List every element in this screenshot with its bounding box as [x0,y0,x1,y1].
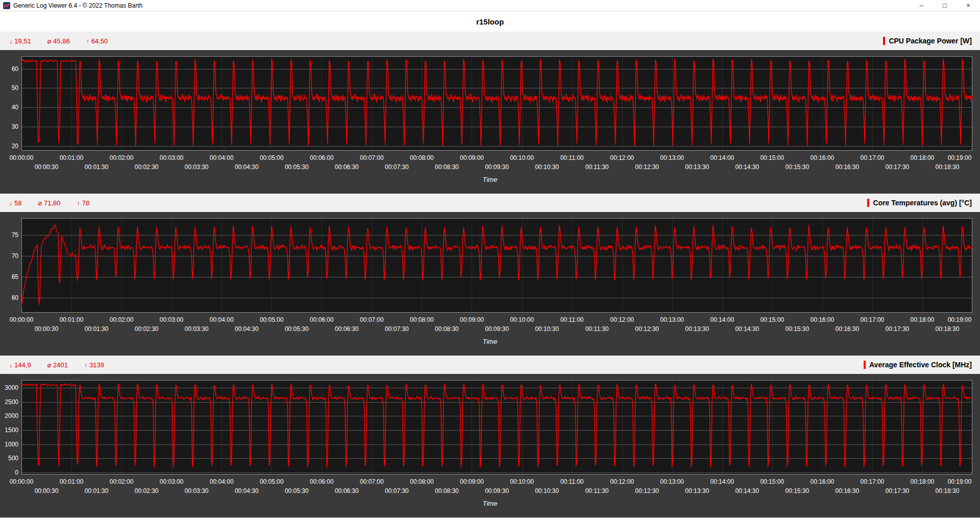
x-tick-label: 00:00:00 [10,478,34,486]
close-button[interactable]: × [957,0,980,11]
stats-right: Average Effective Clock [MHz] [864,361,972,369]
x-tick-label: 00:10:00 [510,478,534,486]
y-tick-label: 1000 [0,440,18,449]
x-tick-label: 00:09:00 [460,154,484,162]
x-tick-label: 00:08:30 [435,325,459,333]
x-tick-label: 00:11:30 [585,325,609,333]
x-tick-label: 00:03:30 [185,325,209,333]
x-tick-label: 00:05:30 [285,325,309,333]
window-controls: – □ × [910,0,980,11]
minimize-button[interactable]: – [910,0,933,11]
x-tick-label: 00:18:00 [911,316,935,324]
x-tick-label: 00:06:00 [310,478,334,486]
titlebar-left: Generic Log Viewer 6.4 - © 2022 Thomas B… [0,2,142,9]
x-tick-label: 00:06:30 [335,487,359,495]
y-tick-label: 20 [0,142,18,150]
y-tick-label: 50 [0,84,18,92]
stats-left: ↓ 58 ⌀ 71,80 ↑ 78 [9,199,89,207]
x-tick-label: 00:04:00 [210,154,234,162]
x-tick-label: 00:09:00 [460,316,484,324]
x-tick-label: 00:14:00 [710,478,734,486]
x-tick-label: 00:03:30 [185,487,209,495]
x-tick-label: 00:15:00 [760,478,784,486]
x-tick-label: 00:02:30 [135,325,159,333]
x-tick-label: 00:13:30 [685,163,709,171]
y-tick-label: 2000 [0,412,18,420]
x-tick-label: 00:13:30 [685,487,709,495]
app-icon [3,2,10,9]
x-tick-label: 00:06:00 [310,316,334,324]
plot-canvas-core-temperatures[interactable] [21,218,972,313]
y-tick-label: 0 [0,468,18,477]
x-tick-label: 00:10:30 [535,487,559,495]
stat-min: ↓ 19,51 [9,37,31,45]
x-tick-label: 00:16:00 [810,154,834,162]
stat-avg: ⌀ 45,86 [47,37,70,45]
stat-min: ↓ 144,9 [9,361,31,369]
y-tick-label: 60 [0,294,18,302]
stat-avg: ⌀ 71,80 [38,199,61,207]
legend-color-bar [883,37,885,45]
x-tick-label: 00:18:30 [936,163,960,171]
x-tick-label: 00:15:00 [760,154,784,162]
x-tick-label: 00:09:30 [485,487,509,495]
chart-title: Core Temperatures (avg) [°C] [873,199,972,207]
x-tick-label: 00:06:30 [335,163,359,171]
y-tick-label: 40 [0,103,18,111]
chart-title: CPU Package Power [W] [889,37,972,45]
x-tick-label: 00:11:00 [560,478,584,486]
x-tick-label: 00:08:00 [410,154,434,162]
x-tick-label: 00:02:00 [110,154,134,162]
x-tick-label: 00:05:30 [285,163,309,171]
x-tick-label: 00:15:30 [785,325,809,333]
x-tick-label: 00:05:30 [285,487,309,495]
x-tick-label: 00:15:30 [785,163,809,171]
x-tick-label: 00:18:30 [936,487,960,495]
x-tick-label: 00:06:00 [310,154,334,162]
x-tick-label: 00:08:30 [435,487,459,495]
x-tick-label: 00:14:00 [710,154,734,162]
plot-canvas-average-effective-clock[interactable] [21,380,972,475]
time-axis-label: Time [0,500,980,507]
x-tick-label: 00:19:00 [948,154,972,162]
x-tick-label: 00:17:00 [861,478,885,486]
x-tick-label: 00:10:00 [510,154,534,162]
x-tick-label: 00:01:00 [60,478,84,486]
stats-right: CPU Package Power [W] [883,37,972,45]
x-tick-label: 00:12:00 [610,316,634,324]
legend-color-bar [864,361,866,369]
x-tick-label: 00:08:00 [410,316,434,324]
x-tick-label: 00:15:30 [785,487,809,495]
chart-panel: Time 6065707500:00:0000:01:0000:02:0000:… [0,212,980,356]
maximize-button[interactable]: □ [933,0,957,11]
stats-left: ↓ 144,9 ⌀ 2401 ↑ 3139 [9,361,104,369]
x-tick-label: 00:14:30 [735,487,759,495]
x-tick-label: 00:17:30 [886,325,910,333]
x-tick-label: 00:01:30 [85,163,109,171]
stats-row: ↓ 58 ⌀ 71,80 ↑ 78 Core Temperatures (avg… [0,194,980,212]
stats-row: ↓ 19,51 ⌀ 45,86 ↑ 64,50 CPU Package Powe… [0,32,980,50]
x-tick-label: 00:00:30 [35,487,59,495]
y-tick-label: 75 [0,231,18,239]
time-axis-label: Time [0,176,980,183]
y-tick-label: 65 [0,273,18,281]
x-tick-label: 00:01:30 [85,325,109,333]
x-tick-label: 00:06:30 [335,325,359,333]
x-tick-label: 00:03:00 [160,154,184,162]
legend-color-bar [867,199,869,207]
x-tick-label: 00:13:00 [660,154,684,162]
x-tick-label: 00:04:00 [210,478,234,486]
x-tick-label: 00:18:00 [911,154,935,162]
y-tick-label: 3000 [0,384,18,392]
x-tick-label: 00:07:30 [385,325,409,333]
x-tick-label: 00:15:00 [760,316,784,324]
x-tick-label: 00:16:00 [810,478,834,486]
x-tick-label: 00:07:30 [385,487,409,495]
x-tick-label: 00:00:00 [10,154,34,162]
window-titlebar[interactable]: Generic Log Viewer 6.4 - © 2022 Thomas B… [0,0,980,11]
x-tick-label: 00:08:00 [410,478,434,486]
plot-canvas-cpu-package-power[interactable] [21,56,972,151]
x-tick-label: 00:14:30 [735,163,759,171]
x-tick-label: 00:17:00 [861,154,885,162]
stat-min: ↓ 58 [9,199,22,207]
